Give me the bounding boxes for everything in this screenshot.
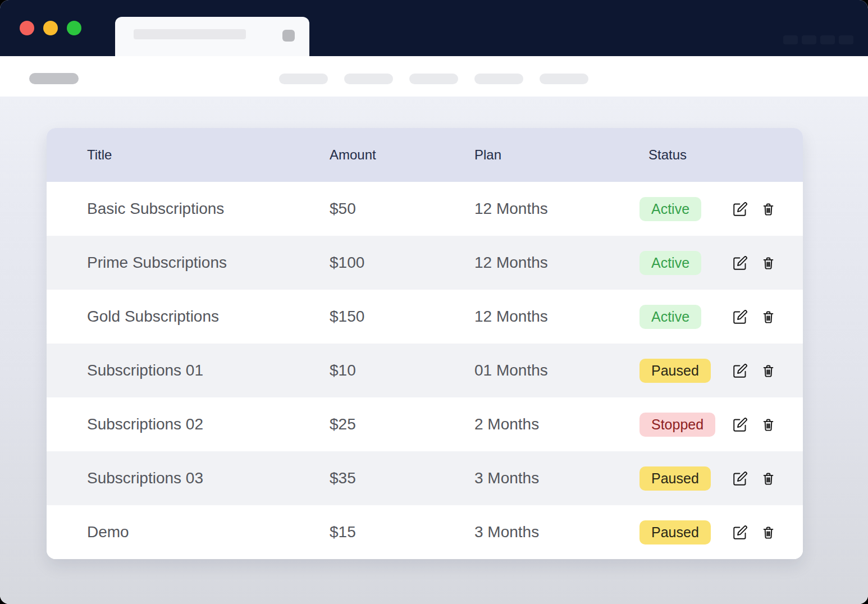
edit-icon xyxy=(733,525,748,540)
cell-status: Active xyxy=(639,251,733,275)
edit-button[interactable] xyxy=(733,471,748,486)
cell-status: Active xyxy=(639,197,733,221)
toolbar-nav-placeholders xyxy=(279,74,588,84)
status-badge: Paused xyxy=(639,520,711,544)
cell-amount: $15 xyxy=(330,523,474,541)
cell-plan: 12 Months xyxy=(474,200,639,218)
cell-plan: 01 Months xyxy=(474,362,639,379)
edit-button[interactable] xyxy=(733,363,748,378)
cell-actions xyxy=(733,309,776,324)
window-controls xyxy=(20,21,81,35)
nav-item-placeholder[interactable] xyxy=(474,74,523,84)
delete-button[interactable] xyxy=(761,525,776,540)
cell-status: Paused xyxy=(639,359,733,383)
toolbar-logo-placeholder xyxy=(29,73,79,84)
cell-actions xyxy=(733,363,776,378)
cell-amount: $35 xyxy=(330,469,474,487)
table-row: Subscriptions 03 $35 3 Months Paused xyxy=(47,451,803,505)
trash-icon xyxy=(761,202,776,217)
edit-icon xyxy=(733,309,748,324)
delete-button[interactable] xyxy=(761,471,776,486)
cell-status: Stopped xyxy=(639,413,733,437)
cell-status: Active xyxy=(639,305,733,329)
table-row: Prime Subscriptions $100 12 Months Activ… xyxy=(47,236,803,290)
delete-button[interactable] xyxy=(761,417,776,432)
column-header-plan: Plan xyxy=(474,147,639,163)
table-header-row: Title Amount Plan Status xyxy=(47,128,803,182)
status-badge: Stopped xyxy=(639,413,715,437)
trash-icon xyxy=(761,525,776,540)
delete-button[interactable] xyxy=(761,363,776,378)
delete-button[interactable] xyxy=(761,202,776,217)
browser-chrome xyxy=(0,0,868,56)
nav-item-placeholder[interactable] xyxy=(409,74,458,84)
table-body: Basic Subscriptions $50 12 Months Active xyxy=(47,182,803,559)
browser-window: Title Amount Plan Status Basic Subscript… xyxy=(0,0,868,604)
browser-tab[interactable] xyxy=(115,17,309,56)
trash-icon xyxy=(761,255,776,271)
page-content: Title Amount Plan Status Basic Subscript… xyxy=(0,97,868,604)
cell-actions xyxy=(733,417,776,432)
column-header-status: Status xyxy=(639,147,733,163)
trash-icon xyxy=(761,417,776,432)
status-badge: Paused xyxy=(639,359,711,383)
status-badge: Active xyxy=(639,197,701,221)
cell-amount: $10 xyxy=(330,362,474,379)
minimize-window-button[interactable] xyxy=(43,21,58,35)
chrome-placeholder-pills xyxy=(783,35,853,44)
nav-item-placeholder[interactable] xyxy=(344,74,393,84)
cell-amount: $100 xyxy=(330,254,474,272)
edit-button[interactable] xyxy=(733,202,748,217)
edit-icon xyxy=(733,417,748,432)
cell-actions xyxy=(733,255,776,271)
edit-icon xyxy=(733,363,748,378)
chrome-pill-placeholder xyxy=(802,35,816,44)
trash-icon xyxy=(761,309,776,324)
chrome-pill-placeholder xyxy=(820,35,835,44)
chrome-pill-placeholder xyxy=(839,35,853,44)
nav-item-placeholder[interactable] xyxy=(540,74,588,84)
edit-icon xyxy=(733,202,748,217)
delete-button[interactable] xyxy=(761,255,776,271)
nav-item-placeholder[interactable] xyxy=(279,74,328,84)
status-badge: Active xyxy=(639,251,701,275)
cell-amount: $25 xyxy=(330,415,474,433)
cell-status: Paused xyxy=(639,466,733,491)
trash-icon xyxy=(761,471,776,486)
table-row: Subscriptions 02 $25 2 Months Stopped xyxy=(47,397,803,451)
table-row: Gold Subscriptions $150 12 Months Active xyxy=(47,290,803,344)
subscriptions-table-card: Title Amount Plan Status Basic Subscript… xyxy=(47,128,803,559)
status-badge: Active xyxy=(639,305,701,329)
column-header-amount: Amount xyxy=(330,147,474,163)
table-row: Demo $15 3 Months Paused xyxy=(47,505,803,559)
cell-title: Gold Subscriptions xyxy=(87,308,330,326)
cell-plan: 12 Months xyxy=(474,254,639,272)
tab-favicon-placeholder xyxy=(282,30,295,42)
cell-plan: 2 Months xyxy=(474,415,639,433)
cell-plan: 12 Months xyxy=(474,308,639,326)
edit-button[interactable] xyxy=(733,525,748,540)
cell-title: Subscriptions 02 xyxy=(87,415,330,433)
zoom-window-button[interactable] xyxy=(67,21,81,35)
cell-title: Demo xyxy=(87,523,330,541)
cell-plan: 3 Months xyxy=(474,469,639,487)
edit-button[interactable] xyxy=(733,417,748,432)
delete-button[interactable] xyxy=(761,309,776,324)
chrome-pill-placeholder xyxy=(783,35,798,44)
edit-button[interactable] xyxy=(733,255,748,271)
close-window-button[interactable] xyxy=(20,21,34,35)
table-row: Subscriptions 01 $10 01 Months Paused xyxy=(47,344,803,397)
status-badge: Paused xyxy=(639,466,711,491)
cell-actions xyxy=(733,202,776,217)
edit-icon xyxy=(733,255,748,271)
cell-title: Basic Subscriptions xyxy=(87,200,330,218)
cell-amount: $50 xyxy=(330,200,474,218)
table-row: Basic Subscriptions $50 12 Months Active xyxy=(47,182,803,236)
cell-title: Subscriptions 03 xyxy=(87,469,330,487)
browser-toolbar xyxy=(0,56,868,97)
edit-button[interactable] xyxy=(733,309,748,324)
cell-title: Prime Subscriptions xyxy=(87,254,330,272)
cell-amount: $150 xyxy=(330,308,474,326)
cell-title: Subscriptions 01 xyxy=(87,362,330,379)
tab-title-placeholder xyxy=(134,29,246,39)
